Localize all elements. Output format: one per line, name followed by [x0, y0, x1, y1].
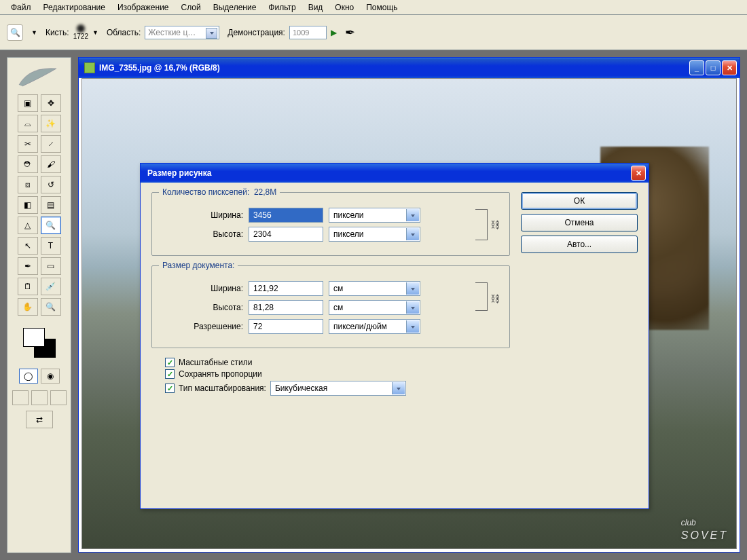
menu-view[interactable]: Вид	[303, 1, 329, 14]
screen-mode-2[interactable]	[31, 390, 48, 405]
standard-mode[interactable]: ◯	[19, 369, 38, 384]
canvas[interactable]: Размер рисунка ✕ Количество писксепей: 2…	[81, 78, 737, 549]
color-swatches[interactable]	[19, 326, 60, 360]
brush-stroke-icon[interactable]: ✒	[345, 25, 355, 40]
history-brush-tool[interactable]: ↺	[41, 176, 61, 193]
menu-filter[interactable]: Фильтр	[263, 1, 301, 14]
resample-checkbox[interactable]: ✓	[165, 384, 175, 393]
menu-layer[interactable]: Слой	[176, 1, 206, 14]
menu-file[interactable]: Файл	[5, 1, 37, 14]
watermark: clubSOVET	[681, 511, 728, 542]
doc-width-unit-select[interactable]: см	[329, 281, 420, 296]
options-toolbar: 🔍 ▼ Кисть: 1722 ▼ Область: Жесткие ц… Де…	[0, 15, 747, 50]
brush-size-value: 1722	[73, 33, 88, 40]
document-area: IMG_7355.jpg @ 16,7% (RGB/8) _ □ ✕ Разме…	[71, 50, 747, 560]
doc-height-label: Высота:	[162, 303, 243, 312]
demo-input[interactable]	[289, 26, 327, 39]
blur-tool[interactable]: △	[18, 217, 38, 234]
px-width-label: Ширина:	[162, 210, 243, 220]
stamp-tool[interactable]: ⧇	[18, 176, 38, 193]
document-title: IMG_7355.jpg @ 16,7% (RGB/8)	[99, 63, 220, 73]
doc-height-unit-select[interactable]: см	[329, 300, 420, 315]
heal-tool[interactable]: ⛑	[18, 155, 38, 173]
maximize-button[interactable]: □	[706, 60, 721, 75]
close-button[interactable]: ✕	[722, 60, 737, 75]
document-titlebar[interactable]: IMG_7355.jpg @ 16,7% (RGB/8) _ □ ✕	[79, 58, 740, 78]
eyedropper-tool[interactable]: 💉	[41, 278, 61, 295]
area-select[interactable]: Жесткие ц…	[145, 26, 219, 39]
chevron-down-icon[interactable]: ▼	[92, 29, 98, 36]
demo-label: Демонстрация:	[227, 28, 285, 37]
brush-tool[interactable]: 🖌	[41, 155, 61, 173]
notes-tool[interactable]: 🗒	[18, 278, 38, 295]
pixel-dimensions-group: Количество писксепей: 22,8M Ширина: пикс	[151, 192, 510, 256]
type-tool[interactable]: T	[41, 237, 61, 255]
imagereday-icon[interactable]: ⇄	[26, 411, 53, 428]
menu-help[interactable]: Помощь	[361, 1, 403, 14]
resample-method-select[interactable]: Бикубическая	[270, 381, 406, 396]
px-height-input[interactable]	[249, 227, 323, 242]
gradient-tool[interactable]: ▤	[41, 196, 61, 214]
dialog-close-button[interactable]: ✕	[631, 166, 646, 181]
dialog-title: Размер рисунка	[147, 168, 212, 178]
menubar: Файл Редактирование Изображение Слой Выд…	[0, 0, 747, 15]
cancel-button[interactable]: Отмена	[521, 214, 638, 231]
move-tool[interactable]: ✥	[41, 94, 61, 112]
chain-icon[interactable]: ⛓	[490, 293, 500, 304]
scale-styles-checkbox[interactable]: ✓	[165, 358, 175, 367]
brush-label: Кисть:	[45, 28, 69, 37]
minimize-button[interactable]: _	[689, 60, 704, 75]
path-select-tool[interactable]: ↖	[18, 237, 38, 255]
scale-styles-label: Масштабные стили	[179, 358, 253, 367]
resolution-label: Разрешение:	[162, 322, 243, 331]
pixel-count-label: Количество писксепей:	[162, 187, 249, 197]
pen-tool[interactable]: ✒	[18, 257, 38, 275]
doc-size-label: Размер документа:	[159, 261, 238, 270]
screen-mode-3[interactable]	[50, 390, 67, 405]
area-label: Область:	[107, 28, 141, 37]
foreground-color[interactable]	[23, 328, 45, 347]
lasso-tool[interactable]: ⌓	[18, 115, 38, 132]
slice-tool[interactable]: ⟋	[41, 135, 61, 153]
px-width-unit-select[interactable]: пиксели	[329, 208, 420, 223]
eraser-tool[interactable]: ◧	[18, 196, 38, 214]
menu-window[interactable]: Окно	[329, 1, 359, 14]
document-icon	[84, 62, 95, 73]
zoom-tool-icon[interactable]: 🔍	[7, 24, 23, 41]
image-size-dialog: Размер рисунка ✕ Количество писксепей: 2…	[140, 163, 649, 509]
auto-button[interactable]: Авто...	[521, 236, 638, 253]
px-width-input[interactable]	[249, 208, 323, 223]
constrain-checkbox[interactable]: ✓	[165, 369, 175, 379]
wand-tool[interactable]: ✨	[41, 115, 61, 132]
resolution-unit-select[interactable]: пиксели/дюйм	[329, 319, 420, 334]
hand-tool[interactable]: ✋	[18, 298, 38, 316]
doc-height-input[interactable]	[249, 300, 323, 315]
app-logo-icon	[16, 63, 63, 90]
menu-edit[interactable]: Редактирование	[38, 1, 111, 14]
toolbox: ▣ ✥ ⌓ ✨ ✂ ⟋ ⛑ 🖌 ⧇ ↺ ◧ ▤ △ 🔍 ↖ T ✒ ▭ 🗒 💉 …	[7, 57, 71, 553]
chevron-down-icon[interactable]: ▼	[31, 29, 37, 36]
dialog-titlebar[interactable]: Размер рисунка ✕	[141, 164, 649, 183]
menu-select[interactable]: Выделение	[208, 1, 262, 14]
dodge-tool[interactable]: 🔍	[41, 217, 61, 234]
shape-tool[interactable]: ▭	[41, 257, 61, 275]
chain-icon[interactable]: ⛓	[490, 219, 500, 230]
px-height-unit-select[interactable]: пиксели	[329, 227, 420, 242]
resolution-input[interactable]	[249, 319, 323, 334]
menu-image[interactable]: Изображение	[112, 1, 175, 14]
screen-mode-1[interactable]	[12, 390, 29, 405]
crop-tool[interactable]: ✂	[18, 135, 38, 153]
link-bracket-icon	[475, 209, 488, 240]
document-size-group: Размер документа: Ширина: см	[151, 265, 510, 348]
zoom-tool[interactable]: 🔍	[41, 298, 61, 316]
play-icon[interactable]: ▶	[331, 28, 337, 37]
constrain-label: Сохранять пропорции	[179, 369, 262, 379]
quickmask-mode[interactable]: ◉	[41, 369, 60, 384]
marquee-tool[interactable]: ▣	[18, 94, 38, 112]
px-height-label: Высота:	[162, 229, 243, 239]
workspace: ▣ ✥ ⌓ ✨ ✂ ⟋ ⛑ 🖌 ⧇ ↺ ◧ ▤ △ 🔍 ↖ T ✒ ▭ 🗒 💉 …	[0, 50, 747, 560]
ok-button[interactable]: ОК	[521, 192, 638, 210]
link-bracket-icon	[475, 282, 488, 311]
brush-preview-icon[interactable]	[77, 24, 85, 33]
doc-width-input[interactable]	[249, 281, 323, 296]
